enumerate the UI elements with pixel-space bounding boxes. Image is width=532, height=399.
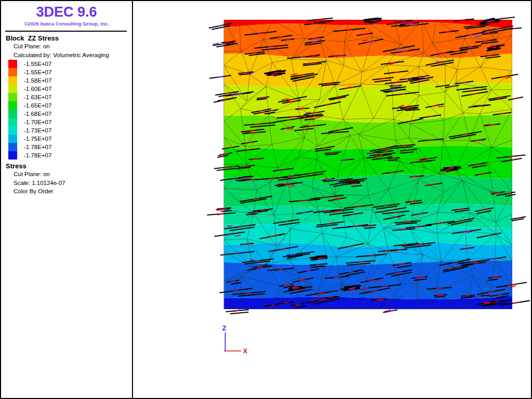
legend-row: -1.70E+07 bbox=[8, 118, 132, 126]
legend-swatch bbox=[8, 101, 17, 110]
legend-value: -1.68E+07 bbox=[24, 111, 51, 117]
legend-row: -1.63E+07 bbox=[8, 93, 132, 101]
legend-row: -1.78E+07 bbox=[8, 151, 132, 159]
legend-swatch bbox=[8, 85, 17, 93]
legend-swatch bbox=[8, 60, 17, 68]
legend-row: -1.68E+07 bbox=[8, 110, 132, 118]
legend-swatch bbox=[8, 151, 17, 159]
stress-cut-plane: Cut Plane: on bbox=[14, 170, 132, 179]
legend-value: -1.65E+07 bbox=[24, 102, 51, 109]
legend-panel: 3DEC 9.6 ©2025 Itasca Consulting Group, … bbox=[1, 1, 133, 398]
separator bbox=[5, 31, 127, 32]
legend-row: -1.65E+07 bbox=[8, 101, 132, 110]
legend-value: -1.75E+07 bbox=[24, 136, 51, 142]
legend-row: -1.75E+07 bbox=[8, 135, 132, 143]
legend-value: -1.78E+07 bbox=[24, 144, 51, 150]
contour-bands bbox=[224, 20, 512, 309]
legend-swatch bbox=[8, 68, 17, 76]
legend-value: -1.70E+07 bbox=[24, 119, 51, 125]
legend-row: -1.55E+07 bbox=[8, 68, 132, 76]
axis-triad: ZX bbox=[222, 325, 247, 355]
legend-value: -1.55E+07 bbox=[24, 69, 51, 75]
legend-swatch bbox=[8, 126, 17, 135]
legend-swatch bbox=[8, 118, 17, 126]
legend-row: -1.73E+07 bbox=[8, 126, 132, 135]
app-title: 3DEC 9.6 bbox=[1, 4, 132, 20]
legend-value: -1.58E+07 bbox=[24, 77, 51, 84]
block-cut-plane: Cut Plane: on bbox=[14, 42, 132, 51]
legend-row: -1.60E+07 bbox=[8, 85, 132, 93]
z-axis-label: Z bbox=[222, 325, 226, 332]
legend-swatch bbox=[8, 143, 17, 151]
legend-value: -1.60E+07 bbox=[24, 86, 51, 92]
stress-color-by: Color By Order bbox=[14, 187, 132, 196]
x-axis-label: X bbox=[243, 348, 247, 355]
legend-row: -1.58E+07 bbox=[8, 76, 132, 85]
block-calculated-by: Calculated by: Volumetric Averaging bbox=[14, 51, 132, 60]
app-window: 3DEC 9.6 ©2025 Itasca Consulting Group, … bbox=[0, 0, 532, 399]
legend-swatch bbox=[8, 135, 17, 143]
legend-swatch bbox=[8, 76, 17, 85]
legend-swatch bbox=[8, 110, 17, 118]
stress-scale: Scale: 1.10124e-07 bbox=[14, 179, 132, 188]
legend-value: -1.63E+07 bbox=[24, 94, 51, 100]
legend-value: -1.73E+07 bbox=[24, 127, 51, 134]
legend-value: -1.78E+07 bbox=[24, 152, 51, 158]
viewport[interactable]: ZX bbox=[133, 1, 531, 398]
legend-swatch bbox=[8, 93, 17, 101]
stress-contour-plot[interactable]: ZX bbox=[133, 1, 530, 398]
copyright-text: ©2025 Itasca Consulting Group, Inc. bbox=[1, 21, 132, 26]
legend-value: -1.55E+07 bbox=[24, 61, 51, 67]
legend-row: -1.78E+07 bbox=[8, 143, 132, 151]
stress-section-title: Stress bbox=[6, 162, 132, 170]
contour-legend: -1.55E+07-1.55E+07-1.58E+07-1.60E+07-1.6… bbox=[8, 60, 132, 159]
block-section-title: Block ZZ Stress bbox=[6, 34, 132, 42]
legend-row: -1.55E+07 bbox=[8, 60, 132, 68]
